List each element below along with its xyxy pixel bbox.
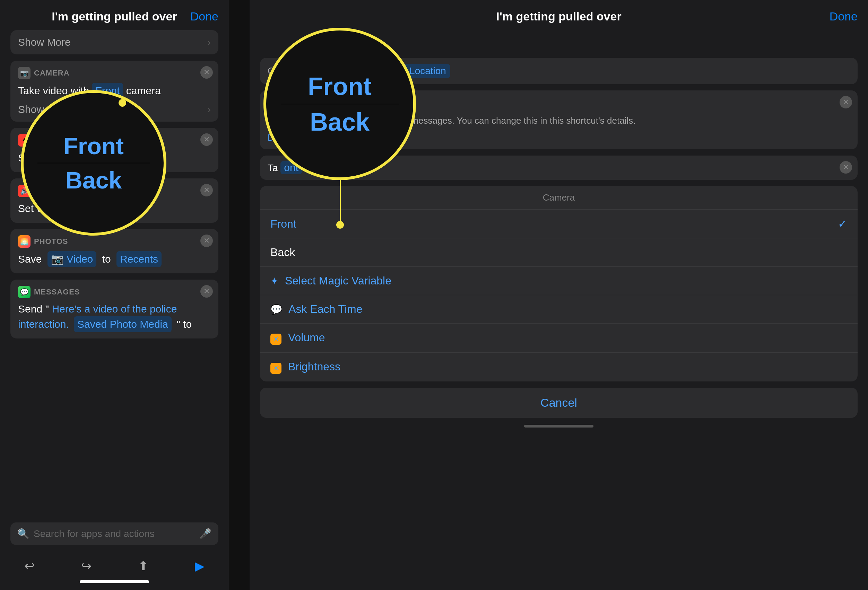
- messages-card-header: 💬 MESSAGES: [18, 286, 211, 298]
- left-zoom-circle: Front Back: [21, 90, 166, 235]
- right-header: I'm getting pulled over Done: [260, 0, 858, 30]
- magic-variable-icon: ✦: [270, 276, 278, 287]
- saved-photo-token[interactable]: Saved Photo Media: [74, 316, 171, 332]
- search-input[interactable]: Search for apps and actions: [34, 528, 199, 539]
- right-zoom-circle: Front Back: [263, 28, 416, 180]
- chevron-right-icon: ›: [207, 36, 211, 48]
- brightness-close-button[interactable]: ✕: [200, 133, 213, 146]
- cancel-text: Cancel: [540, 396, 577, 409]
- to-text: to: [102, 253, 111, 265]
- right-done-button[interactable]: Done: [830, 10, 858, 23]
- photos-card-header: 🌅 PHOTOS: [18, 235, 211, 248]
- dropdown-header: Camera: [260, 186, 858, 210]
- cancel-button[interactable]: Cancel: [260, 388, 858, 418]
- mic-icon[interactable]: 🎤: [199, 528, 211, 539]
- right-title: I'm getting pulled over: [496, 10, 621, 23]
- photos-close-button[interactable]: ✕: [200, 235, 213, 247]
- share-button[interactable]: ⬆: [138, 559, 148, 573]
- zoom-front-text: Front: [63, 132, 124, 159]
- volume-close-button[interactable]: ✕: [200, 184, 213, 196]
- search-icon: 🔍: [17, 528, 30, 539]
- dropdown-back-item[interactable]: Back: [260, 238, 858, 267]
- volume-orange-icon: ✕: [270, 334, 282, 345]
- photos-action-text: Save 📷 Video to Recents: [18, 251, 211, 267]
- video-token[interactable]: 📷 Video: [47, 251, 97, 267]
- camera-label: CAMERA: [34, 69, 70, 78]
- messages-close-button[interactable]: ✕: [200, 285, 213, 297]
- volume-dropdown-text: ✕ Volume: [270, 331, 325, 345]
- dropdown-front-text: Front: [270, 218, 297, 230]
- left-panel: I'm getting pulled over Done Show More ›…: [0, 0, 229, 590]
- messages-warning-close[interactable]: ✕: [840, 96, 852, 109]
- photos-label: PHOTOS: [34, 237, 68, 246]
- camera-card-header: 📷 CAMERA: [18, 67, 211, 79]
- camera-text-after: camera: [126, 85, 161, 96]
- send-text: Send ": [18, 303, 49, 315]
- messages-label-left: MESSAGES: [34, 288, 80, 297]
- left-done-button[interactable]: Done: [190, 10, 218, 23]
- dropdown-volume-item[interactable]: ✕ Volume: [260, 324, 858, 353]
- dropdown-magic-variable-item[interactable]: ✦ Select Magic Variable: [260, 267, 858, 295]
- ask-each-time-text: 💬 Ask Each Time: [270, 303, 363, 316]
- left-toolbar: ↩ ↪ ⬆ ▶: [10, 552, 218, 580]
- front-check-icon: ✓: [838, 217, 847, 230]
- right-zoom-back-text: Back: [310, 108, 369, 136]
- camera-icon: 📷: [18, 67, 31, 79]
- messages-icon-left: 💬: [18, 286, 31, 298]
- chevron-camera-icon: ›: [207, 104, 211, 115]
- brightness-orange-icon: ✕: [270, 363, 282, 374]
- show-more-top-text: Show More: [18, 36, 71, 48]
- dropdown-front-item[interactable]: Front ✓: [260, 210, 858, 238]
- zoom-divider: [37, 163, 149, 163]
- camera-dropdown: Camera Front ✓ Back ✦ Select Magic Varia…: [260, 186, 858, 381]
- recents-token[interactable]: Recents: [117, 251, 162, 267]
- zoom-back-text: Back: [65, 167, 122, 194]
- photos-icon: 🌅: [18, 235, 31, 248]
- brightness-dropdown-text: ✕ Brightness: [270, 360, 340, 374]
- camera-right-close[interactable]: ✕: [840, 161, 852, 174]
- dropdown-back-text: Back: [270, 246, 295, 259]
- camera-close-button[interactable]: ✕: [200, 66, 213, 79]
- messages-action-text: Send " Here's a video of the police inte…: [18, 302, 211, 332]
- left-header: I'm getting pulled over Done: [10, 0, 218, 30]
- zoom-dot-left: [118, 99, 126, 107]
- right-zoom-front-text: Front: [308, 72, 372, 100]
- right-home-indicator: [524, 425, 593, 428]
- camera-ta-text: Ta: [268, 162, 278, 173]
- magic-variable-text: ✦ Select Magic Variable: [270, 274, 391, 287]
- middle-divider: [229, 0, 249, 590]
- left-title: I'm getting pulled over: [52, 10, 177, 23]
- suffix-text: " to: [176, 318, 192, 330]
- dropdown-ask-each-time-item[interactable]: 💬 Ask Each Time: [260, 295, 858, 324]
- right-zoom-line: [340, 177, 341, 222]
- undo-button[interactable]: ↩: [24, 559, 35, 573]
- messages-card-left: 💬 MESSAGES ✕ Send " Here's a video of th…: [10, 280, 218, 338]
- save-text: Save: [18, 253, 41, 265]
- play-button[interactable]: ▶: [195, 559, 205, 573]
- show-more-top-card[interactable]: Show More ›: [10, 30, 218, 54]
- right-panel: I'm getting pulled over Done Get maps UR…: [249, 0, 868, 590]
- left-home-indicator: [80, 580, 149, 583]
- redo-button[interactable]: ↪: [81, 559, 92, 573]
- ask-each-time-icon: 💬: [270, 304, 282, 315]
- photos-card: 🌅 PHOTOS ✕ Save 📷 Video to Recents: [10, 229, 218, 273]
- search-bar[interactable]: 🔍 Search for apps and actions 🎤: [10, 522, 218, 545]
- right-zoom-dot: [336, 221, 344, 229]
- dropdown-brightness-item[interactable]: ✕ Brightness: [260, 353, 858, 381]
